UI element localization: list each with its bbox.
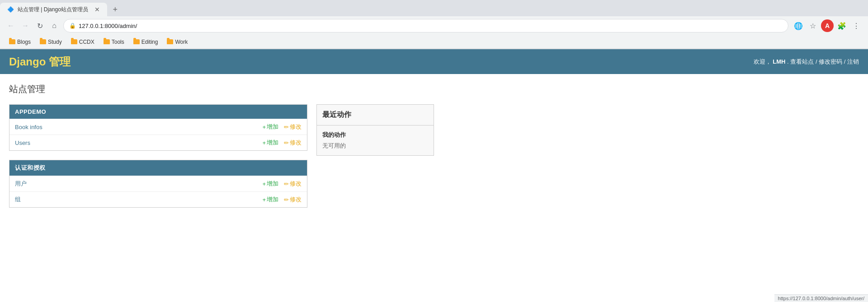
table-row: 用户 + 增加 ✏ 修改 bbox=[9, 176, 307, 191]
book-infos-add[interactable]: + 增加 bbox=[262, 123, 278, 131]
url-display: 127.0.0.1:8000/admin/ bbox=[79, 23, 783, 29]
admin-layout: APPDEMO Book infos + 增加 ✏ 修改 bbox=[9, 104, 859, 217]
users-link[interactable]: Users bbox=[15, 139, 262, 146]
user-add[interactable]: + 增加 bbox=[262, 180, 278, 188]
logout-link[interactable]: 注销 bbox=[847, 58, 859, 65]
add-label: 增加 bbox=[267, 180, 278, 188]
lock-icon: 🔒 bbox=[69, 23, 76, 29]
change-label: 修改 bbox=[290, 180, 302, 188]
bookmark-study[interactable]: Study bbox=[36, 38, 66, 46]
bookmark-label: Editing bbox=[142, 39, 158, 45]
change-label: 修改 bbox=[290, 139, 302, 147]
users-add[interactable]: + 增加 bbox=[262, 139, 278, 147]
pencil-icon: ✏ bbox=[284, 196, 289, 203]
change-label: 修改 bbox=[290, 123, 302, 131]
folder-icon bbox=[133, 39, 140, 44]
menu-button[interactable]: ⋮ bbox=[850, 19, 863, 32]
group-link[interactable]: 组 bbox=[15, 195, 262, 204]
back-button[interactable]: ← bbox=[5, 20, 16, 31]
django-header: Django 管理 欢迎， LMH . 查看站点 / 修改密码 / 注销 bbox=[0, 49, 868, 74]
add-icon: + bbox=[262, 181, 266, 187]
user-link[interactable]: 用户 bbox=[15, 180, 262, 188]
group-actions: + 增加 ✏ 修改 bbox=[262, 195, 302, 204]
recent-actions-box: 最近动作 我的动作 无可用的 bbox=[316, 104, 434, 156]
tab-favicon: 🔷 bbox=[7, 6, 14, 13]
view-site-link[interactable]: 查看站点 bbox=[790, 58, 814, 65]
my-actions-label: 我的动作 bbox=[322, 131, 428, 139]
users-change[interactable]: ✏ 修改 bbox=[284, 139, 302, 147]
add-label: 增加 bbox=[267, 195, 278, 204]
add-label: 增加 bbox=[267, 139, 278, 147]
bookmark-label: CCDX bbox=[79, 39, 94, 45]
bookmark-label: Tools bbox=[112, 39, 124, 45]
add-icon: + bbox=[262, 124, 266, 130]
pencil-icon: ✏ bbox=[284, 139, 289, 146]
user-actions: + 增加 ✏ 修改 bbox=[262, 180, 302, 188]
add-icon: + bbox=[262, 196, 266, 203]
admin-main: APPDEMO Book infos + 增加 ✏ 修改 bbox=[9, 104, 307, 217]
site-title: 站点管理 bbox=[9, 83, 859, 95]
new-tab-button[interactable]: + bbox=[109, 3, 122, 16]
tab-title: 站点管理 | Django站点管理员 bbox=[18, 6, 88, 14]
bookmark-tools[interactable]: Tools bbox=[100, 38, 128, 46]
separator-1: . bbox=[787, 58, 789, 65]
add-label: 增加 bbox=[267, 123, 278, 131]
auth-section: 认证和授权 用户 + 增加 ✏ 修改 bbox=[9, 160, 307, 208]
django-content: 站点管理 APPDEMO Book infos + 增加 ✏ 修改 bbox=[0, 74, 868, 226]
django-title: Django 管理 bbox=[9, 55, 71, 69]
bookmark-label: Work bbox=[175, 39, 188, 45]
appdemo-section: APPDEMO Book infos + 增加 ✏ 修改 bbox=[9, 104, 307, 151]
active-tab[interactable]: 🔷 站点管理 | Django站点管理员 ✕ bbox=[0, 3, 107, 16]
table-row: 组 + 增加 ✏ 修改 bbox=[9, 191, 307, 207]
auth-header: 认证和授权 bbox=[9, 160, 307, 176]
reload-button[interactable]: ↻ bbox=[34, 20, 45, 31]
extensions-button[interactable]: 🧩 bbox=[835, 19, 848, 32]
group-change[interactable]: ✏ 修改 bbox=[284, 195, 302, 204]
welcome-text: 欢迎， bbox=[754, 58, 771, 65]
folder-icon bbox=[167, 39, 173, 44]
bookmark-label: Blogs bbox=[17, 39, 31, 45]
browser-chrome: 🔷 站点管理 | Django站点管理员 ✕ + ← → ↻ ⌂ 🔒 127.0… bbox=[0, 0, 868, 49]
nav-bar: ← → ↻ ⌂ 🔒 127.0.0.1:8000/admin/ 🌐 ☆ A 🧩 … bbox=[0, 16, 868, 35]
folder-icon bbox=[71, 39, 77, 44]
home-button[interactable]: ⌂ bbox=[49, 20, 60, 31]
tab-bar: 🔷 站点管理 | Django站点管理员 ✕ + bbox=[0, 0, 868, 16]
no-actions-text: 无可用的 bbox=[322, 142, 428, 150]
change-password-link[interactable]: 修改密码 bbox=[819, 58, 842, 65]
recent-actions-header: 最近动作 bbox=[317, 105, 434, 125]
address-bar[interactable]: 🔒 127.0.0.1:8000/admin/ bbox=[63, 19, 788, 33]
bookmark-editing[interactable]: Editing bbox=[130, 38, 162, 46]
book-infos-actions: + 增加 ✏ 修改 bbox=[262, 123, 302, 131]
appdemo-header: APPDEMO bbox=[9, 105, 307, 119]
table-row: Book infos + 增加 ✏ 修改 bbox=[9, 119, 307, 135]
users-actions: + 增加 ✏ 修改 bbox=[262, 139, 302, 147]
folder-icon bbox=[104, 39, 110, 44]
book-infos-link[interactable]: Book infos bbox=[15, 124, 262, 130]
separator-3: / bbox=[844, 58, 847, 65]
bookmark-button[interactable]: ☆ bbox=[807, 19, 819, 32]
bookmark-work[interactable]: Work bbox=[163, 38, 191, 46]
bookmark-label: Study bbox=[48, 39, 62, 45]
user-change[interactable]: ✏ 修改 bbox=[284, 180, 302, 188]
recent-actions-body: 我的动作 无可用的 bbox=[317, 125, 434, 155]
group-add[interactable]: + 增加 bbox=[262, 195, 278, 204]
add-icon: + bbox=[262, 139, 266, 146]
folder-icon bbox=[40, 39, 46, 44]
forward-button[interactable]: → bbox=[20, 20, 31, 31]
table-row: Users + 增加 ✏ 修改 bbox=[9, 135, 307, 150]
profile-button[interactable]: A bbox=[821, 19, 834, 32]
browser-actions: 🌐 ☆ A 🧩 ⋮ bbox=[792, 19, 863, 32]
translate-button[interactable]: 🌐 bbox=[792, 19, 805, 32]
folder-icon bbox=[9, 39, 15, 44]
bookmark-blogs[interactable]: Blogs bbox=[5, 38, 34, 46]
bookmark-ccdx[interactable]: CCDX bbox=[67, 38, 98, 46]
tab-close-icon[interactable]: ✕ bbox=[94, 6, 100, 13]
pencil-icon: ✏ bbox=[284, 181, 289, 187]
user-info: 欢迎， LMH . 查看站点 / 修改密码 / 注销 bbox=[754, 58, 859, 66]
username-link[interactable]: LMH bbox=[773, 58, 785, 65]
change-label: 修改 bbox=[290, 195, 302, 204]
bookmarks-bar: Blogs Study CCDX Tools Editing Work bbox=[0, 35, 868, 49]
pencil-icon: ✏ bbox=[284, 124, 289, 130]
book-infos-change[interactable]: ✏ 修改 bbox=[284, 123, 302, 131]
admin-sidebar: 最近动作 我的动作 无可用的 bbox=[316, 104, 434, 217]
